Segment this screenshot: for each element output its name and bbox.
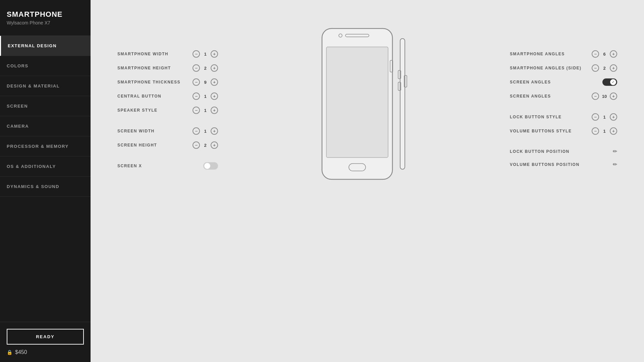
smartphone-width-stepper: − 1 + bbox=[193, 50, 218, 58]
smartphone-angles-side-increment[interactable]: + bbox=[610, 64, 617, 72]
screen-height-stepper: − 2 + bbox=[193, 141, 218, 149]
smartphone-thickness-decrement[interactable]: − bbox=[193, 78, 200, 86]
sidebar-item-external-design[interactable]: EXTERNAL DESIGN bbox=[0, 36, 91, 56]
central-button-decrement[interactable]: − bbox=[193, 93, 200, 100]
screen-angles-toggle[interactable] bbox=[602, 78, 617, 86]
sidebar-item-design-material[interactable]: DESIGN & MATERIAL bbox=[0, 76, 91, 96]
control-speaker-style: SPEAKER STYLE − 1 + bbox=[117, 103, 218, 117]
smartphone-angles-label: SMARTPHONE ANGLES bbox=[510, 52, 565, 56]
control-smartphone-width: SMARTPHONE WIDTH − 1 + bbox=[117, 47, 218, 61]
phone-side-view bbox=[397, 37, 408, 171]
sidebar-footer: READY 🔒 $450 bbox=[0, 322, 91, 362]
volume-buttons-style-increment[interactable]: + bbox=[610, 127, 617, 135]
control-screen-height: SCREEN HEIGHT − 2 + bbox=[117, 138, 218, 152]
control-smartphone-height: SMARTPHONE HEIGHT − 2 + bbox=[117, 61, 218, 75]
main-content: SMARTPHONE WIDTH − 1 + SMARTPHONE HEIGHT… bbox=[91, 0, 644, 362]
right-controls: SMARTPHONE ANGLES − 6 + SMARTPHONE ANGLE… bbox=[510, 20, 617, 171]
screen-x-toggle[interactable] bbox=[203, 162, 218, 170]
smartphone-width-value: 1 bbox=[203, 52, 208, 57]
sidebar-item-dynamics-sound[interactable]: DYNAMICS & SOUND bbox=[0, 177, 91, 197]
speaker-style-value: 1 bbox=[203, 108, 208, 113]
right-divider-1 bbox=[510, 103, 617, 110]
control-volume-buttons-position: VOLUME BUTTONS POSITION ✏ bbox=[510, 158, 617, 171]
content-area: SMARTPHONE WIDTH − 1 + SMARTPHONE HEIGHT… bbox=[117, 20, 617, 342]
smartphone-angles-side-value: 2 bbox=[602, 66, 607, 71]
smartphone-height-value: 2 bbox=[203, 66, 208, 71]
sidebar-item-camera[interactable]: CAMERA bbox=[0, 116, 91, 136]
control-screen-angles: SCREEN ANGLES − 10 + bbox=[510, 89, 617, 103]
screen-angles-stepper: − 10 + bbox=[592, 93, 617, 100]
smartphone-height-stepper: − 2 + bbox=[193, 64, 218, 72]
divider-1 bbox=[117, 117, 218, 124]
lock-button-style-decrement[interactable]: − bbox=[592, 113, 599, 121]
central-button-stepper: − 1 + bbox=[193, 93, 218, 100]
sidebar-item-os-additionally[interactable]: OS & ADDITIONALY bbox=[0, 157, 91, 177]
lock-button-style-increment[interactable]: + bbox=[610, 113, 617, 121]
screen-angles-increment[interactable]: + bbox=[610, 93, 617, 100]
sidebar-header: SMARTPHONE Wylsacom Phone X7 bbox=[0, 0, 91, 36]
volume-buttons-style-label: VOLUME BUTTONS STYLE bbox=[510, 129, 572, 133]
screen-angles-value: 10 bbox=[602, 94, 607, 99]
central-button-value: 1 bbox=[203, 94, 208, 99]
speaker-style-decrement[interactable]: − bbox=[193, 107, 200, 114]
screen-angles-decrement[interactable]: − bbox=[592, 93, 599, 100]
ready-button[interactable]: READY bbox=[7, 329, 84, 345]
smartphone-angles-value: 6 bbox=[602, 52, 607, 57]
volume-buttons-position-edit[interactable]: ✏ bbox=[613, 161, 617, 168]
smartphone-thickness-label: SMARTPHONE THICKNESS bbox=[117, 80, 180, 84]
divider-2 bbox=[117, 152, 218, 159]
lock-button-style-stepper: − 1 + bbox=[592, 113, 617, 121]
screen-x-label: SCREEN X bbox=[117, 164, 142, 168]
volume-buttons-style-decrement[interactable]: − bbox=[592, 127, 599, 135]
sidebar-item-processor-memory[interactable]: PROCESSOR & MEMORY bbox=[0, 136, 91, 157]
brand-subtitle: Wylsacom Phone X7 bbox=[7, 20, 84, 25]
smartphone-angles-stepper: − 6 + bbox=[592, 50, 617, 58]
svg-rect-1 bbox=[326, 47, 388, 158]
control-lock-button-style: LOCK BUTTON STYLE − 1 + bbox=[510, 110, 617, 124]
smartphone-width-decrement[interactable]: − bbox=[193, 50, 200, 58]
screen-height-label: SCREEN HEIGHT bbox=[117, 143, 157, 147]
sidebar-nav: EXTERNAL DESIGN COLORS DESIGN & MATERIAL… bbox=[0, 36, 91, 322]
screen-width-increment[interactable]: + bbox=[211, 127, 218, 135]
control-volume-buttons-style: VOLUME BUTTONS STYLE − 1 + bbox=[510, 124, 617, 138]
smartphone-angles-side-stepper: − 2 + bbox=[592, 64, 617, 72]
control-smartphone-thickness: SMARTPHONE THICKNESS − 9 + bbox=[117, 75, 218, 89]
sidebar-item-screen[interactable]: SCREEN bbox=[0, 96, 91, 116]
screen-width-value: 1 bbox=[203, 129, 208, 134]
smartphone-angles-side-decrement[interactable]: − bbox=[592, 64, 599, 72]
volume-buttons-style-stepper: − 1 + bbox=[592, 127, 617, 135]
screen-height-increment[interactable]: + bbox=[211, 141, 218, 149]
smartphone-width-label: SMARTPHONE WIDTH bbox=[117, 52, 168, 56]
screen-angles-toggle-label: SCREEN ANGLES bbox=[510, 80, 551, 84]
smartphone-thickness-stepper: − 9 + bbox=[193, 78, 218, 86]
screen-height-decrement[interactable]: − bbox=[193, 141, 200, 149]
left-controls: SMARTPHONE WIDTH − 1 + SMARTPHONE HEIGHT… bbox=[117, 20, 218, 173]
control-lock-button-position: LOCK BUTTON POSITION ✏ bbox=[510, 145, 617, 158]
smartphone-width-increment[interactable]: + bbox=[211, 50, 218, 58]
sidebar-item-colors[interactable]: COLORS bbox=[0, 56, 91, 76]
lock-button-position-label: LOCK BUTTON POSITION bbox=[510, 149, 570, 154]
smartphone-angles-decrement[interactable]: − bbox=[592, 50, 599, 58]
central-button-increment[interactable]: + bbox=[211, 93, 218, 100]
speaker-style-increment[interactable]: + bbox=[211, 107, 218, 114]
screen-width-decrement[interactable]: − bbox=[193, 127, 200, 135]
control-screen-angles-toggle: SCREEN ANGLES bbox=[510, 75, 617, 89]
lock-button-position-edit[interactable]: ✏ bbox=[613, 148, 617, 155]
smartphone-thickness-increment[interactable]: + bbox=[211, 78, 218, 86]
smartphone-angles-increment[interactable]: + bbox=[610, 50, 617, 58]
screen-angles-label: SCREEN ANGLES bbox=[510, 94, 551, 99]
lock-button-style-value: 1 bbox=[602, 115, 607, 120]
svg-rect-6 bbox=[400, 39, 405, 169]
smartphone-height-decrement[interactable]: − bbox=[193, 64, 200, 72]
right-divider-2 bbox=[510, 138, 617, 145]
screen-width-stepper: − 1 + bbox=[193, 127, 218, 135]
screen-width-label: SCREEN WIDTH bbox=[117, 129, 155, 133]
control-smartphone-angles-side: SMARTPHONE ANGLES (SIDE) − 2 + bbox=[510, 61, 617, 75]
control-smartphone-angles: SMARTPHONE ANGLES − 6 + bbox=[510, 47, 617, 61]
phone-preview bbox=[218, 20, 510, 181]
smartphone-height-increment[interactable]: + bbox=[211, 64, 218, 72]
price-row: 🔒 $450 bbox=[7, 349, 84, 355]
control-screen-x: SCREEN X bbox=[117, 159, 218, 173]
price-value: $450 bbox=[15, 349, 27, 355]
brand-title: SMARTPHONE bbox=[7, 10, 84, 19]
